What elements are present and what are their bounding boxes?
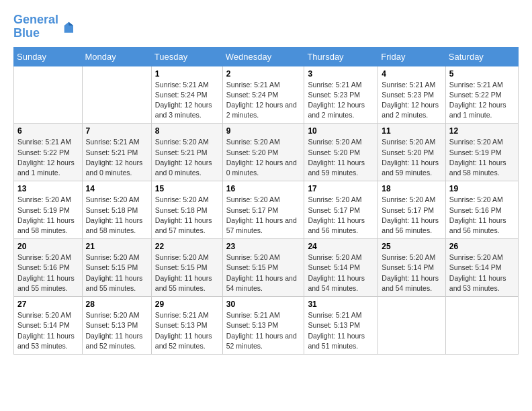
day-number: 17 [308,184,374,193]
calendar-week-row: 20Sunrise: 5:20 AM Sunset: 5:16 PM Dayli… [14,239,519,297]
calendar-cell: 24Sunrise: 5:20 AM Sunset: 5:14 PM Dayli… [304,239,378,297]
calendar-cell: 6Sunrise: 5:21 AM Sunset: 5:22 PM Daylig… [14,124,83,181]
day-detail: Sunrise: 5:20 AM Sunset: 5:17 PM Dayligh… [226,195,301,236]
day-number: 30 [226,300,301,309]
day-detail: Sunrise: 5:20 AM Sunset: 5:18 PM Dayligh… [86,195,148,236]
day-number: 8 [155,126,219,136]
calendar-cell: 3Sunrise: 5:21 AM Sunset: 5:23 PM Daylig… [304,66,378,124]
calendar-cell: 13Sunrise: 5:20 AM Sunset: 5:19 PM Dayli… [14,181,83,239]
day-detail: Sunrise: 5:20 AM Sunset: 5:15 PM Dayligh… [226,253,301,293]
calendar-cell: 14Sunrise: 5:20 AM Sunset: 5:18 PM Dayli… [82,181,151,239]
calendar-cell: 15Sunrise: 5:20 AM Sunset: 5:18 PM Dayli… [151,181,222,239]
weekday-header: Sunday [14,47,83,66]
day-detail: Sunrise: 5:21 AM Sunset: 5:13 PM Dayligh… [226,310,301,351]
calendar-week-row: 1Sunrise: 5:21 AM Sunset: 5:24 PM Daylig… [14,66,519,124]
day-detail: Sunrise: 5:20 AM Sunset: 5:17 PM Dayligh… [382,195,442,236]
calendar-cell: 20Sunrise: 5:20 AM Sunset: 5:16 PM Dayli… [14,239,83,297]
day-number: 4 [382,69,442,79]
calendar-cell: 8Sunrise: 5:20 AM Sunset: 5:21 PM Daylig… [151,124,222,181]
weekday-header: Thursday [304,47,378,66]
calendar-table: SundayMondayTuesdayWednesdayThursdayFrid… [13,47,519,355]
day-number: 10 [308,126,374,136]
calendar-cell: 29Sunrise: 5:21 AM Sunset: 5:13 PM Dayli… [151,297,222,355]
weekday-header: Saturday [445,47,518,66]
logo-text: General Blue [13,13,58,40]
calendar-cell: 28Sunrise: 5:20 AM Sunset: 5:13 PM Dayli… [82,297,151,355]
weekday-header: Tuesday [151,47,222,66]
logo-icon [60,20,73,34]
day-detail: Sunrise: 5:20 AM Sunset: 5:20 PM Dayligh… [308,137,374,178]
calendar-cell: 17Sunrise: 5:20 AM Sunset: 5:17 PM Dayli… [304,181,378,239]
day-detail: Sunrise: 5:20 AM Sunset: 5:19 PM Dayligh… [449,137,515,178]
day-detail: Sunrise: 5:21 AM Sunset: 5:21 PM Dayligh… [86,137,148,178]
day-detail: Sunrise: 5:20 AM Sunset: 5:19 PM Dayligh… [17,195,79,236]
calendar-cell: 7Sunrise: 5:21 AM Sunset: 5:21 PM Daylig… [82,124,151,181]
day-number: 14 [86,184,148,193]
day-detail: Sunrise: 5:20 AM Sunset: 5:14 PM Dayligh… [308,253,374,293]
day-number: 6 [17,126,79,136]
day-number: 7 [86,126,148,136]
day-number: 13 [17,184,79,193]
day-number: 31 [308,300,374,309]
day-number: 19 [449,184,515,193]
day-detail: Sunrise: 5:20 AM Sunset: 5:15 PM Dayligh… [155,253,219,293]
weekday-row: SundayMondayTuesdayWednesdayThursdayFrid… [14,47,519,66]
day-detail: Sunrise: 5:20 AM Sunset: 5:17 PM Dayligh… [308,195,374,236]
logo: General Blue [13,13,73,40]
day-detail: Sunrise: 5:21 AM Sunset: 5:24 PM Dayligh… [155,80,219,121]
day-number: 24 [308,242,374,251]
day-detail: Sunrise: 5:21 AM Sunset: 5:23 PM Dayligh… [308,80,374,121]
day-number: 15 [155,184,219,193]
day-detail: Sunrise: 5:20 AM Sunset: 5:18 PM Dayligh… [155,195,219,236]
day-number: 27 [17,300,79,309]
calendar-cell: 9Sunrise: 5:20 AM Sunset: 5:20 PM Daylig… [222,124,304,181]
day-number: 21 [86,242,148,251]
svg-marker-1 [69,21,73,25]
weekday-header: Monday [82,47,151,66]
calendar-cell: 1Sunrise: 5:21 AM Sunset: 5:24 PM Daylig… [151,66,222,124]
day-number: 28 [86,300,148,309]
day-number: 23 [226,242,301,251]
day-number: 5 [449,69,515,79]
calendar-cell: 23Sunrise: 5:20 AM Sunset: 5:15 PM Dayli… [222,239,304,297]
day-number: 1 [155,69,219,79]
calendar-cell: 11Sunrise: 5:20 AM Sunset: 5:20 PM Dayli… [378,124,446,181]
day-detail: Sunrise: 5:20 AM Sunset: 5:14 PM Dayligh… [17,310,79,351]
calendar-cell: 27Sunrise: 5:20 AM Sunset: 5:14 PM Dayli… [14,297,83,355]
calendar-cell: 26Sunrise: 5:20 AM Sunset: 5:14 PM Dayli… [445,239,518,297]
day-number: 20 [17,242,79,251]
calendar-header: SundayMondayTuesdayWednesdayThursdayFrid… [14,47,519,66]
calendar-cell: 2Sunrise: 5:21 AM Sunset: 5:24 PM Daylig… [222,66,304,124]
day-detail: Sunrise: 5:21 AM Sunset: 5:22 PM Dayligh… [17,137,79,178]
day-detail: Sunrise: 5:20 AM Sunset: 5:20 PM Dayligh… [226,137,301,178]
calendar-cell: 25Sunrise: 5:20 AM Sunset: 5:14 PM Dayli… [378,239,446,297]
calendar-cell: 4Sunrise: 5:21 AM Sunset: 5:23 PM Daylig… [378,66,446,124]
day-number: 16 [226,184,301,193]
calendar-cell: 16Sunrise: 5:20 AM Sunset: 5:17 PM Dayli… [222,181,304,239]
day-number: 9 [226,126,301,136]
day-detail: Sunrise: 5:20 AM Sunset: 5:14 PM Dayligh… [382,253,442,293]
calendar-cell [14,66,83,124]
calendar-cell: 10Sunrise: 5:20 AM Sunset: 5:20 PM Dayli… [304,124,378,181]
day-number: 25 [382,242,442,251]
day-detail: Sunrise: 5:21 AM Sunset: 5:13 PM Dayligh… [155,310,219,351]
calendar-cell: 30Sunrise: 5:21 AM Sunset: 5:13 PM Dayli… [222,297,304,355]
day-detail: Sunrise: 5:21 AM Sunset: 5:23 PM Dayligh… [382,80,442,121]
day-number: 26 [449,242,515,251]
day-detail: Sunrise: 5:20 AM Sunset: 5:13 PM Dayligh… [86,310,148,351]
calendar-cell: 18Sunrise: 5:20 AM Sunset: 5:17 PM Dayli… [378,181,446,239]
day-detail: Sunrise: 5:21 AM Sunset: 5:24 PM Dayligh… [226,80,301,121]
day-detail: Sunrise: 5:20 AM Sunset: 5:15 PM Dayligh… [86,253,148,293]
day-detail: Sunrise: 5:20 AM Sunset: 5:21 PM Dayligh… [155,137,219,178]
weekday-header: Wednesday [222,47,304,66]
calendar-cell: 31Sunrise: 5:21 AM Sunset: 5:13 PM Dayli… [304,297,378,355]
calendar-cell: 21Sunrise: 5:20 AM Sunset: 5:15 PM Dayli… [82,239,151,297]
day-detail: Sunrise: 5:21 AM Sunset: 5:13 PM Dayligh… [308,310,374,351]
calendar-cell [82,66,151,124]
day-number: 3 [308,69,374,79]
calendar-cell: 12Sunrise: 5:20 AM Sunset: 5:19 PM Dayli… [445,124,518,181]
calendar-cell [445,297,518,355]
calendar-week-row: 27Sunrise: 5:20 AM Sunset: 5:14 PM Dayli… [14,297,519,355]
day-number: 11 [382,126,442,136]
calendar-cell: 22Sunrise: 5:20 AM Sunset: 5:15 PM Dayli… [151,239,222,297]
